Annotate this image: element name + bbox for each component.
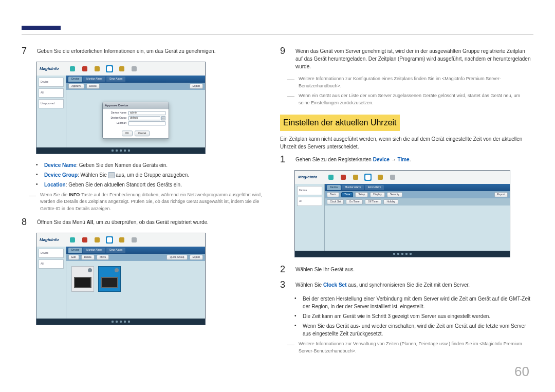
tab-device: Device: [68, 77, 82, 82]
tab-device: Device: [68, 248, 82, 253]
content-icon: [69, 65, 76, 72]
schedule-icon: [340, 174, 347, 181]
bullet-location: • Location: Geben Sie den aktuellen Stan…: [36, 181, 263, 189]
subtab: Basic: [327, 192, 339, 197]
dash-icon: ―: [287, 76, 294, 89]
device-screen-icon: [74, 277, 91, 288]
dialog-input-devicegroup: default: [128, 116, 160, 120]
note-time-management: ― Weitere Informationen zur Verwaltung v…: [287, 341, 532, 354]
tab-monitor: Monitor Alarm: [83, 248, 105, 253]
toolbar-button: Clock Set: [327, 199, 344, 204]
stats-icon: [389, 174, 396, 181]
step-7-text: Geben Sie die erforderlichen Information…: [37, 46, 263, 57]
screenshot-time: MagicInfo Device All Device Monitor Alar…: [294, 170, 510, 257]
step-8: 8 Öffnen Sie das Menü All, um zu überprü…: [22, 217, 263, 228]
device-tile: [71, 266, 94, 292]
bullet-icon: •: [36, 161, 40, 169]
section-intro: Ein Zeitplan kann nicht ausgeführt werde…: [280, 135, 532, 151]
tab-monitor: Monitor Alarm: [83, 77, 105, 82]
dash-icon: ―: [287, 341, 294, 354]
sub-bullet-step3: • Die Zeit kann am Gerät wie in Schritt …: [294, 312, 532, 320]
sidebar-item: All: [297, 197, 322, 206]
schedule-icon: [81, 236, 88, 244]
toolbar-button: Approve: [68, 84, 84, 89]
subtab: Setup: [355, 192, 368, 197]
tab-error: Error Alarm: [365, 185, 384, 190]
dash-icon: ―: [29, 192, 36, 213]
note-device-deleted: ― Wenn ein Gerät aus der Liste der vom S…: [287, 92, 532, 106]
sub-bullet-gmt: • Bei der ersten Herstellung einer Verbi…: [294, 295, 532, 310]
header-rule: [22, 34, 533, 34]
subtab: Security: [387, 192, 402, 197]
approve-dialog: Approve Device Device Name admin Device …: [102, 102, 169, 139]
toolbar-button: Holiday: [383, 199, 398, 204]
dialog-label-devicename: Device Name: [106, 111, 128, 115]
user-icon: [118, 236, 125, 244]
tab-error: Error Alarm: [106, 77, 125, 82]
device-icon: [364, 174, 372, 181]
bullet-icon: •: [36, 181, 40, 189]
step-2-time: 2 Wählen Sie Ihr Gerät aus.: [280, 265, 532, 275]
step-1-time: 1 Gehen Sie zu den Registerkarten Device…: [280, 155, 532, 165]
step-3-time: 3 Wählen Sie Clock Set aus, und synchron…: [280, 280, 532, 290]
bullet-icon: •: [294, 322, 299, 338]
page-number: 60: [514, 362, 529, 382]
toolbar-button: Off Timer: [365, 199, 381, 204]
content-icon: [69, 236, 76, 244]
note-config-schedule: ― Weitere Informationen zur Konfiguratio…: [287, 76, 532, 89]
stats-icon: [131, 65, 138, 72]
bullet-devicename: • Device Name: Geben Sie den Namen des G…: [36, 161, 263, 169]
right-column: 9 Wenn das Gerät vom Server genehmigt is…: [280, 46, 532, 358]
settings-icon: [352, 174, 359, 181]
step-number: 7: [22, 46, 31, 57]
sidebar-item: Device: [39, 249, 64, 258]
section-heading-time: Einstellen der aktuellen Uhrzeit: [280, 115, 400, 131]
sidebar-item: Device: [39, 78, 64, 87]
toolbar-button: Export: [190, 84, 203, 89]
dialog-label-devicegroup: Device Group: [106, 116, 128, 120]
tab-monitor: Monitor Alarm: [342, 185, 364, 190]
step-number: 2: [280, 265, 289, 275]
nav-time: Time: [397, 157, 409, 162]
step-number: 8: [22, 217, 31, 228]
dialog-label-location: Location: [106, 121, 128, 125]
step-number: 3: [280, 280, 289, 290]
subtab: Display: [370, 192, 384, 197]
app-logo: MagicInfo: [40, 237, 59, 243]
dialog-cancel-button: Cancel: [135, 130, 150, 137]
tab-error: Error Alarm: [106, 248, 125, 253]
step-7: 7 Geben Sie die erforderlichen Informati…: [22, 46, 263, 57]
dialog-input-location: [128, 121, 165, 125]
toolbar-button: Delete: [86, 84, 100, 89]
app-logo: MagicInfo: [40, 66, 59, 72]
device-screen-icon: [101, 277, 118, 288]
header-accent-bar: [22, 26, 61, 30]
step-number: 1: [280, 155, 289, 165]
sub-bullet-reset: • Wenn Sie das Gerät aus- und wieder ein…: [294, 322, 532, 338]
sidebar-item: Device: [297, 186, 322, 195]
label-devicegroup: Device Group: [44, 172, 78, 178]
info-key: INFO: [69, 192, 80, 197]
tab-device: Device: [327, 185, 341, 190]
screenshot-7: MagicInfo Device All Unapproved Device M…: [36, 62, 206, 154]
schedule-icon: [81, 65, 88, 72]
bullet-icon: •: [294, 312, 299, 320]
sidebar-item: Unapproved: [39, 99, 64, 108]
toolbar-button: On Timer: [346, 199, 363, 204]
step-9: 9 Wenn das Gerät vom Server genehmigt is…: [280, 46, 532, 70]
label-devicename: Device Name: [44, 162, 76, 168]
bullet-icon: •: [36, 171, 40, 179]
toolbar-button: Export: [494, 192, 508, 197]
bullet-devicegroup: • Device Group: Wählen Sie … aus, um die…: [36, 171, 263, 179]
user-icon: [377, 174, 384, 181]
toolbar-button: Export: [190, 255, 203, 260]
app-logo: MagicInfo: [298, 174, 317, 180]
screenshot-8: MagicInfo Device All Device Monitor Alar…: [36, 233, 206, 325]
stats-icon: [131, 236, 138, 244]
dialog-ok-button: OK: [122, 130, 133, 137]
screenshot-topbar: MagicInfo: [36, 62, 205, 76]
bullet-icon: •: [294, 295, 299, 310]
toolbar-button: Quick Group: [166, 255, 187, 260]
dialog-title: Approve Device: [103, 102, 169, 109]
device-tile-selected: [98, 266, 121, 292]
